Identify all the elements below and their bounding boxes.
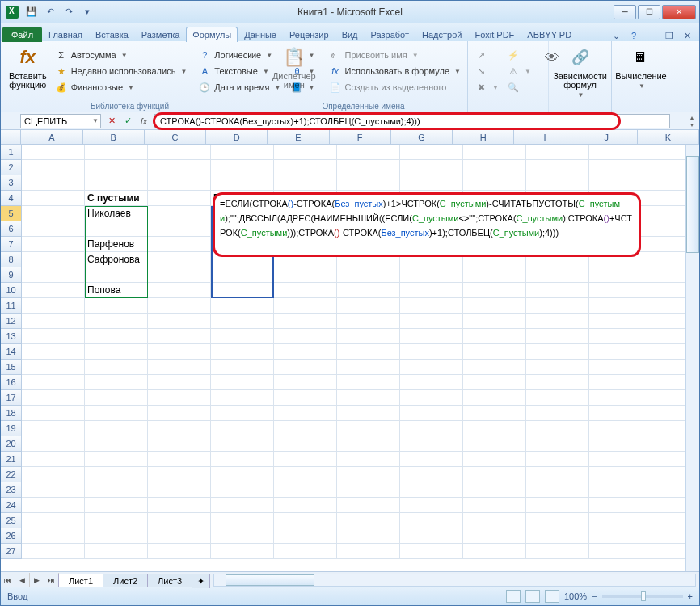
cell[interactable] [85,436,148,452]
cell[interactable] [589,498,652,513]
cell[interactable] [85,452,148,467]
row-header[interactable]: 13 [1,329,22,344]
fx-button-icon[interactable]: fx [137,114,151,128]
cell[interactable] [211,145,274,160]
last-sheet-icon[interactable]: ⏭ [44,573,59,587]
row-header[interactable]: 15 [1,360,22,375]
cell[interactable] [589,390,652,406]
cell[interactable] [337,513,400,528]
cell[interactable] [148,283,211,298]
trace-prec-button[interactable]: ↗ [473,48,500,62]
cell[interactable] [274,436,337,452]
cell[interactable] [274,267,337,283]
zoom-slider[interactable] [602,595,683,598]
cell[interactable] [148,344,211,360]
cell[interactable] [337,544,400,559]
cell[interactable]: Сафронова [85,252,148,267]
row-header[interactable]: 23 [1,482,22,498]
cell[interactable] [463,298,526,314]
cell[interactable] [211,283,274,298]
tab-home[interactable]: Главная [42,27,89,42]
scrollbar-thumb[interactable] [686,156,699,253]
cell[interactable] [85,145,148,160]
cell[interactable] [148,314,211,329]
cell[interactable] [463,375,526,390]
cell[interactable] [400,421,463,436]
financial-button[interactable]: 💰Финансовые▼ [53,80,189,95]
cell[interactable] [526,283,589,298]
col-header[interactable]: D [206,130,268,144]
cell[interactable] [211,467,274,482]
cell[interactable] [400,528,463,544]
cell[interactable] [337,436,400,452]
cell[interactable] [463,544,526,559]
col-header[interactable]: I [514,130,576,144]
row-header[interactable]: 11 [1,298,22,314]
cell[interactable] [22,436,85,452]
row-header[interactable]: 7 [1,237,22,252]
row-header[interactable]: 21 [1,452,22,467]
minimize-button[interactable]: ─ [614,5,636,19]
cell[interactable] [400,298,463,314]
cell[interactable] [400,329,463,344]
accept-formula-icon[interactable]: ✓ [120,114,135,128]
cell[interactable] [148,436,211,452]
cell[interactable] [400,482,463,498]
cell[interactable] [22,252,85,267]
cell[interactable] [22,344,85,360]
cell[interactable] [463,528,526,544]
tab-dev[interactable]: Разработ [365,27,415,42]
cell[interactable] [400,360,463,375]
next-sheet-icon[interactable]: ▶ [30,573,44,587]
cell[interactable] [22,421,85,436]
show-formulas-button[interactable]: ⚡ [505,48,533,62]
cell[interactable] [589,513,652,528]
cell[interactable] [526,160,589,175]
tab-data[interactable]: Данные [238,27,283,42]
cell[interactable] [22,329,85,344]
cell[interactable] [22,175,85,191]
cell[interactable] [148,298,211,314]
cell[interactable] [211,406,274,421]
cell[interactable] [148,221,211,237]
cell[interactable] [211,482,274,498]
cell[interactable] [463,267,526,283]
tab-review[interactable]: Рецензир [283,27,335,42]
cell[interactable] [274,528,337,544]
row-header[interactable]: 16 [1,375,22,390]
cell[interactable] [463,513,526,528]
cell[interactable] [85,406,148,421]
row-header[interactable]: 4 [1,191,22,206]
cell[interactable]: Парфенов [85,237,148,252]
sheet-tab-2[interactable]: Лист2 [103,574,148,587]
cell[interactable] [22,191,85,206]
minimize-ribbon-icon[interactable]: ⌄ [610,30,622,41]
cell[interactable] [274,160,337,175]
cell[interactable] [337,406,400,421]
row-header[interactable]: 17 [1,390,22,406]
expand-formula-bar-icon[interactable]: ▴▾ [685,114,699,128]
cell[interactable] [22,283,85,298]
cell[interactable] [400,513,463,528]
cell[interactable] [526,498,589,513]
sheet-tab-1[interactable]: Лист1 [58,574,103,587]
row-header[interactable]: 1 [1,145,22,160]
cell[interactable] [211,375,274,390]
cell[interactable] [526,145,589,160]
cell[interactable] [148,406,211,421]
tab-layout[interactable]: Разметка [135,27,187,42]
cell[interactable] [22,544,85,559]
col-header[interactable]: A [21,130,82,144]
cell[interactable] [211,360,274,375]
cell[interactable] [526,482,589,498]
cell[interactable] [148,513,211,528]
tab-abbyy[interactable]: ABBYY PD [521,27,578,42]
cell[interactable] [211,436,274,452]
help-icon[interactable]: ? [628,30,639,41]
cell[interactable] [463,406,526,421]
cell[interactable] [85,329,148,344]
cell[interactable] [211,267,274,283]
cell[interactable] [337,498,400,513]
cell[interactable] [463,467,526,482]
cell[interactable] [337,452,400,467]
